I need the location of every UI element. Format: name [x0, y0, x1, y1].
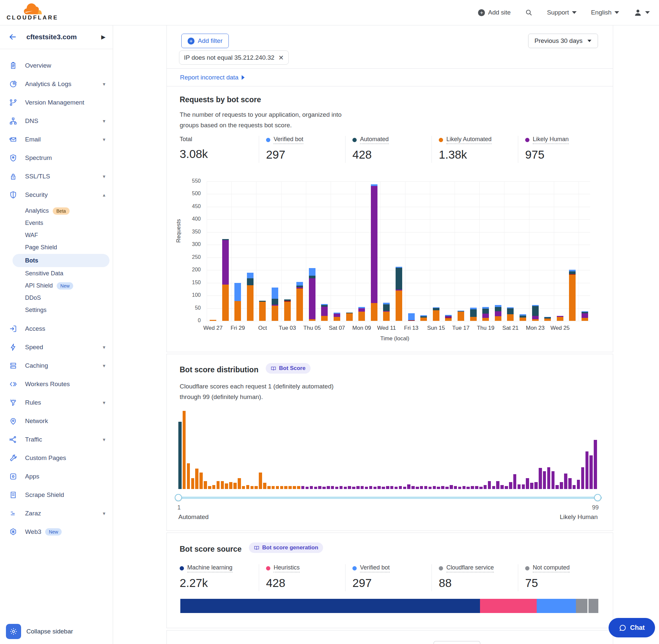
chevron-right-icon[interactable]: ▶ [101, 33, 105, 41]
chart-bar-segment-automated [569, 271, 575, 274]
sidebar-item-security[interactable]: Security▲ [0, 186, 113, 204]
chevron-down-icon[interactable]: ▼ [102, 82, 106, 87]
score-slider-track[interactable] [176, 497, 602, 499]
source-segment-verified-bot [537, 599, 576, 613]
sidebar-item-email[interactable]: Email▼ [0, 130, 113, 149]
stat-label: Total [180, 136, 192, 143]
sidebar-subitem-events[interactable]: Events [0, 217, 113, 229]
stat-cloudflare-service: Cloudflare service88 [439, 564, 494, 590]
account-menu[interactable] [634, 8, 650, 17]
legend-dot [180, 566, 184, 571]
card-title-row: Bot score source Bot score generation [180, 544, 323, 554]
sidebar-item-spectrum[interactable]: Spectrum [0, 149, 113, 167]
sidebar-item-version-management[interactable]: Version Management [0, 93, 113, 112]
sidebar-subitem-label: WAF [25, 232, 38, 239]
sidebar-item-zaraz[interactable]: Zaraz▼ [0, 504, 113, 523]
y-axis-tick: 300 [184, 242, 201, 247]
sidebar-item-ssl-tls[interactable]: SSL/TLS▼ [0, 167, 113, 186]
source-segment-heuristics [480, 599, 536, 613]
sidebar-item-traffic[interactable]: Traffic▼ [0, 430, 113, 449]
histogram-bar [318, 486, 322, 489]
sidebar-item-network[interactable]: Network [0, 412, 113, 430]
chevron-down-icon[interactable]: ▼ [102, 345, 106, 350]
sidebar-item-analytics-logs[interactable]: Analytics & Logs▼ [0, 75, 113, 93]
sidebar-subitem-waf[interactable]: WAF [0, 229, 113, 242]
filter-chip[interactable]: IP does not equal 35.212.240.32 ✕ [179, 50, 289, 65]
add-filter-button[interactable]: + Add filter [181, 33, 229, 48]
chart-bar-segment-likely-automated [482, 318, 489, 321]
sidebar-subitem-analytics[interactable]: AnalyticsBeta [0, 205, 113, 217]
histogram-bar [242, 486, 245, 489]
bot-score-generation-badge[interactable]: Bot score generation [249, 543, 323, 553]
partial-button[interactable] [433, 641, 480, 644]
badge-new: New [57, 282, 73, 290]
histogram-bar [505, 486, 508, 489]
histogram-bar [390, 486, 394, 489]
chart-bar [532, 305, 539, 321]
chart-bar [259, 301, 266, 321]
add-site-button[interactable]: + Add site [478, 9, 511, 16]
histogram-bar [229, 482, 232, 489]
sidebar-item-overview[interactable]: Overview [0, 56, 113, 75]
sidebar-subitem-label: Settings [25, 307, 46, 314]
language-menu[interactable]: English [591, 9, 619, 16]
histogram-bar [301, 486, 305, 489]
chevron-down-icon[interactable]: ▼ [102, 137, 106, 142]
chevron-down-icon[interactable]: ▼ [102, 363, 106, 368]
add-site-label: Add site [488, 9, 511, 16]
sidebar-item-rules[interactable]: Rules▼ [0, 393, 113, 412]
chart-bar-segment-likely-automated [321, 316, 328, 321]
settings-gear-button[interactable] [6, 624, 21, 639]
chat-button[interactable]: Chat [609, 618, 655, 638]
histogram-bar [276, 486, 279, 489]
sidebar-subitem-page-shield[interactable]: Page Shield [0, 242, 113, 254]
search-button[interactable] [525, 9, 533, 16]
sidebar-item-caching[interactable]: Caching▼ [0, 356, 113, 375]
chart-bar-segment-likely-automated [247, 285, 254, 321]
sidebar-subitem-bots[interactable]: Bots [0, 254, 113, 268]
support-menu[interactable]: Support [547, 9, 576, 16]
chevron-down-icon [587, 40, 591, 42]
report-incorrect-data-link[interactable]: Report incorrect data [180, 74, 244, 81]
sidebar-item-workers-routes[interactable]: Workers Routes [0, 375, 113, 393]
chart-bar [433, 307, 440, 321]
histogram-bar [530, 483, 534, 489]
gridline-horizontal [207, 321, 590, 321]
sidebar-item-apps[interactable]: Apps [0, 467, 113, 486]
chart-plot-area [207, 181, 590, 321]
chevron-down-icon[interactable]: ▼ [102, 174, 106, 179]
sidebar-item-access[interactable]: Access [0, 320, 113, 338]
sidebar-item-scrape-shield[interactable]: Scrape Shield [0, 486, 113, 504]
histogram-bar [377, 486, 381, 489]
sidebar-item-speed[interactable]: Speed▼ [0, 338, 113, 356]
chevron-down-icon[interactable]: ▼ [102, 511, 106, 516]
sidebar-item-dns[interactable]: DNS▼ [0, 112, 113, 130]
slider-handle-min[interactable] [175, 494, 182, 501]
chevron-down-icon[interactable]: ▼ [102, 437, 106, 442]
chevron-up-icon[interactable]: ▲ [102, 192, 106, 198]
chart-bar-segment-likely-human [532, 316, 539, 320]
close-icon[interactable]: ✕ [278, 54, 284, 62]
sidebar-subitem-ddos[interactable]: DDoS [0, 292, 113, 304]
back-arrow-icon[interactable] [8, 33, 17, 41]
slider-handle-max[interactable] [594, 494, 601, 501]
collapse-sidebar[interactable]: Collapse sidebar [0, 619, 113, 644]
chart-bar-segment-likely-automated [433, 310, 440, 321]
chevron-down-icon[interactable]: ▼ [102, 119, 106, 124]
sidebar: cftestsite3.com ▶ OverviewAnalytics & Lo… [0, 25, 113, 644]
bot-score-badge[interactable]: Bot Score [266, 363, 310, 374]
sidebar-item-custom-pages[interactable]: Custom Pages [0, 449, 113, 467]
sidebar-subitem-sensitive-data[interactable]: Sensitive Data [0, 268, 113, 280]
y-axis-tick: 350 [184, 229, 201, 235]
cloudflare-logo[interactable]: CLOUDFLARE [6, 3, 58, 21]
dns-icon [9, 117, 18, 125]
y-axis-tick: 500 [184, 190, 201, 197]
stat-divider [259, 136, 259, 163]
date-range-selector[interactable]: Previous 30 days [528, 33, 598, 48]
sidebar-item-web3[interactable]: Web3New [0, 523, 113, 541]
sidebar-subitem-api-shield[interactable]: API ShieldNew [0, 280, 113, 292]
histogram-bar [547, 467, 550, 489]
sidebar-subitem-settings[interactable]: Settings [0, 304, 113, 316]
chevron-down-icon[interactable]: ▼ [102, 400, 106, 405]
site-selector[interactable]: cftestsite3.com ▶ [0, 25, 113, 49]
